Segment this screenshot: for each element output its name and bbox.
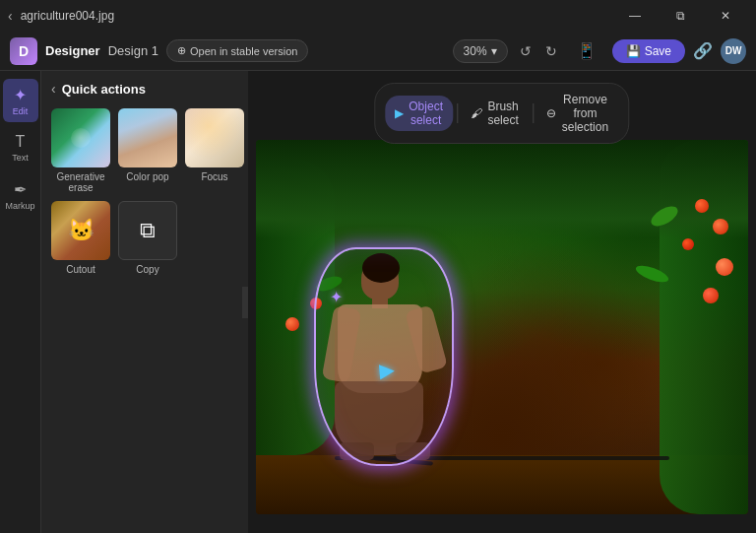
sidebar-item-text-label: Text — [12, 153, 29, 163]
qa-copy-label: Copy — [136, 264, 158, 275]
sidebar-item-edit-label: Edit — [13, 106, 29, 116]
save-icon: 💾 — [626, 44, 641, 58]
qa-focus-label: Focus — [201, 171, 227, 182]
cursor-arrow-icon: ▶ — [378, 357, 395, 381]
toolbar-right: 📱 💾 Save 🔗 DW — [569, 37, 746, 64]
avatar: DW — [721, 38, 746, 64]
markup-icon: ✒ — [14, 180, 27, 199]
canvas-container[interactable]: ✦ ▶ — [248, 120, 756, 533]
undo-button[interactable]: ↺ — [516, 39, 536, 63]
brush-select-icon: 🖌 — [471, 106, 482, 120]
toolbar: D Designer Design 1 ⊕ Open in stable ver… — [0, 32, 756, 71]
qa-cutout-label: Cutout — [66, 264, 94, 275]
app-logo: D — [10, 37, 37, 65]
sidebar-item-text[interactable]: T Text — [3, 126, 38, 169]
canvas-area: ▶ Object select 🖌 Brush select ⊖ Remove … — [248, 71, 756, 533]
agriculture-image: ✦ ▶ — [256, 140, 748, 514]
qa-gen-erase-label: Generative erase — [51, 171, 110, 193]
main-content: ✦ Edit T Text ✒ Markup ‹ Quick actions G… — [0, 71, 756, 533]
restore-button[interactable]: ⧉ — [658, 0, 703, 32]
window-controls: — ⧉ ✕ — [612, 0, 748, 32]
qa-copy-thumb: ⧉ — [118, 201, 177, 260]
qa-focus-thumb — [185, 108, 244, 167]
object-select-label: Object select — [409, 100, 443, 127]
remove-selection-icon: ⊖ — [546, 106, 556, 120]
panel-title: Quick actions — [62, 82, 146, 97]
device-preview-button[interactable]: 📱 — [569, 37, 604, 64]
sidebar: ✦ Edit T Text ✒ Markup — [0, 71, 41, 533]
zoom-value: 30% — [464, 44, 487, 58]
brush-select-label: Brush select — [487, 100, 518, 127]
quick-actions-grid: Generative erase Color pop Focus Cutout … — [51, 108, 238, 275]
filename-label: agriculture004.jpg — [21, 9, 114, 23]
qa-copy[interactable]: ⧉ Copy — [118, 201, 177, 275]
qa-color-pop-label: Color pop — [126, 171, 168, 182]
close-button[interactable]: ✕ — [703, 0, 748, 32]
brush-select-button[interactable]: 🖌 Brush select — [461, 96, 528, 131]
edit-icon: ✦ — [14, 86, 27, 104]
sidebar-item-edit[interactable]: ✦ Edit — [3, 79, 38, 122]
qa-focus[interactable]: Focus — [185, 108, 244, 193]
sidebar-item-markup-label: Markup — [5, 201, 34, 211]
back-button[interactable]: ‹ — [8, 8, 13, 24]
qa-gen-erase-thumb — [51, 108, 110, 167]
selection-toolbar: ▶ Object select 🖌 Brush select ⊖ Remove … — [374, 83, 629, 144]
text-icon: T — [16, 133, 26, 151]
sparkle-effect: ✦ — [330, 288, 343, 306]
open-stable-icon: ⊕ — [177, 44, 186, 57]
panel-header: ‹ Quick actions — [51, 81, 238, 97]
remove-from-selection-button[interactable]: ⊖ Remove from selection — [536, 89, 618, 138]
remove-selection-label: Remove from selection — [561, 93, 608, 134]
panel-back-icon[interactable]: ‹ — [51, 81, 56, 97]
qa-generative-erase[interactable]: Generative erase — [51, 108, 110, 193]
object-select-button[interactable]: ▶ Object select — [385, 96, 453, 131]
sidebar-item-markup[interactable]: ✒ Markup — [3, 173, 38, 217]
open-stable-label: Open in stable version — [190, 45, 297, 57]
person-with-selection: ✦ ▶ — [320, 253, 448, 460]
redo-button[interactable]: ↻ — [541, 39, 561, 63]
zoom-control[interactable]: 30% ▾ — [453, 39, 508, 63]
zoom-chevron-icon: ▾ — [491, 44, 497, 58]
qa-cutout-thumb — [51, 201, 110, 260]
qa-color-pop-thumb — [118, 108, 177, 167]
titlebar-left: ‹ agriculture004.jpg — [8, 8, 114, 24]
app-name-label: Designer — [45, 43, 100, 58]
save-button[interactable]: 💾 Save — [612, 39, 685, 63]
image-frame: ✦ ▶ — [256, 140, 748, 514]
save-label: Save — [645, 44, 671, 58]
minimize-button[interactable]: — — [612, 0, 658, 32]
undo-redo-group: ↺ ↻ — [516, 39, 561, 63]
share-button[interactable]: 🔗 — [693, 41, 713, 60]
qa-color-pop[interactable]: Color pop — [118, 108, 177, 193]
quick-actions-panel: ‹ Quick actions Generative erase Color p… — [41, 71, 248, 533]
qa-cutout[interactable]: Cutout — [51, 201, 110, 275]
panel-collapse-toggle[interactable]: ‹ — [242, 287, 248, 318]
titlebar: ‹ agriculture004.jpg — ⧉ ✕ — [0, 0, 756, 32]
object-select-icon: ▶ — [395, 106, 404, 120]
open-stable-button[interactable]: ⊕ Open in stable version — [166, 39, 308, 62]
design-title-label: Design 1 — [108, 43, 158, 58]
